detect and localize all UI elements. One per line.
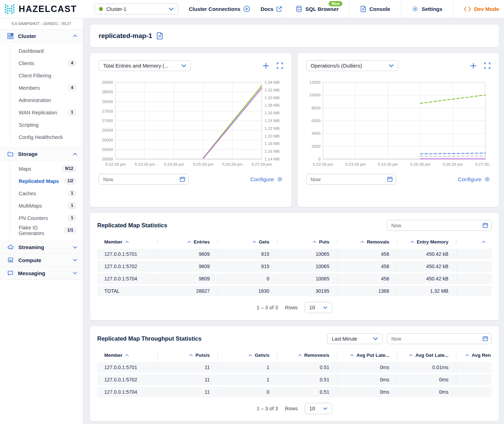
sort-avg-get-latency[interactable]: Avg Get Late...	[397, 350, 456, 360]
new-badge: New	[329, 1, 342, 6]
add-chart-button[interactable]	[263, 63, 269, 69]
docs-link[interactable]: Docs	[261, 6, 282, 12]
sidebar-item-clients[interactable]: Clients4	[10, 57, 83, 69]
fullscreen-button[interactable]	[277, 63, 283, 69]
sidebar-item-wan-replication[interactable]: WAN Replication1	[10, 106, 83, 119]
configure-link[interactable]: Configure	[250, 176, 283, 183]
gear-icon	[277, 176, 283, 182]
svg-text:5:23:39 pm: 5:23:39 pm	[345, 162, 366, 166]
count-badge: 4	[68, 60, 76, 67]
messaging-section-label: Messaging	[18, 270, 68, 276]
svg-text:26000: 26000	[102, 138, 113, 142]
sort-entry-memory[interactable]: Entry Memory	[397, 236, 456, 247]
add-chart-button[interactable]	[470, 63, 477, 69]
count-badge: 1	[68, 215, 76, 221]
sort-removes-s[interactable]: Removes/s	[277, 350, 337, 360]
count-badge: 4	[68, 84, 76, 91]
entries-memory-chart-card: Total Entries and Memory (...	[90, 53, 291, 207]
page-title: replicated-map-1	[99, 32, 152, 40]
sort-gets[interactable]: Gets	[218, 236, 277, 247]
page-size-select[interactable]: 10	[305, 403, 332, 414]
sidebar-item-dashboard[interactable]: Dashboard	[10, 45, 83, 57]
cluster-status-dot	[99, 7, 103, 11]
sidebar-item-members[interactable]: Members4	[10, 82, 83, 94]
time-travel-input[interactable]	[387, 333, 492, 344]
svg-text:5:27:39 pm: 5:27:39 pm	[251, 162, 272, 166]
messaging-bubble-icon	[7, 270, 13, 276]
sidebar-item-replicated-maps[interactable]: Replicated Maps1/2	[10, 175, 83, 187]
sidebar-section-compute[interactable]: Compute	[0, 254, 83, 267]
sql-browser-button[interactable]: New SQL Browser	[285, 0, 349, 18]
version-text: 5.0-SNAPSHOT - 10/09/21 - 05:27	[0, 18, 83, 30]
hazelcast-logo-icon	[4, 3, 15, 15]
rows-label: Rows	[285, 406, 298, 411]
metric-select[interactable]: Total Entries and Memory (...	[99, 60, 191, 71]
now-input[interactable]	[306, 174, 396, 185]
cluster-items: Dashboard Clients4 Client Filtering Memb…	[10, 45, 83, 143]
streaming-section-label: Streaming	[18, 244, 68, 250]
time-travel-input[interactable]	[99, 174, 189, 185]
configure-link[interactable]: Configure	[458, 176, 490, 183]
settings-button[interactable]: Settings	[401, 0, 453, 18]
svg-text:5:22:39 pm: 5:22:39 pm	[105, 162, 126, 166]
metric-select[interactable]: Operations/s (Outliers)	[306, 60, 398, 71]
time-travel-input[interactable]	[306, 174, 396, 185]
sidebar-item-client-filtering[interactable]: Client Filtering	[10, 69, 83, 82]
sidebar-item-maps[interactable]: Maps9/12	[10, 163, 83, 175]
sort-removals[interactable]: Removals	[337, 236, 397, 247]
cluster-connections-link[interactable]: Cluster Connections	[189, 6, 250, 12]
total-label: TOTAL	[97, 286, 157, 296]
sidebar-section-cluster[interactable]: Cluster	[0, 30, 83, 43]
sort-member[interactable]: Member	[97, 350, 157, 360]
console-button[interactable]: Console	[349, 0, 401, 18]
operations-outliers-chart: 0200040006000800010000120005:22:39 pm5:2…	[306, 77, 490, 170]
table-row: 127.0.0.1:5702 11 1 0.51 0ms 0ms	[97, 374, 492, 385]
sort-entries[interactable]: Entries	[157, 236, 217, 247]
now-input[interactable]	[99, 174, 189, 185]
sidebar-item-administration[interactable]: Administration	[10, 94, 83, 106]
period-select[interactable]: Last Minute	[327, 333, 382, 344]
sort-avg-put-latency[interactable]: Avg Put Late...	[337, 350, 397, 360]
fullscreen-button[interactable]	[484, 63, 490, 69]
table-row: 127.0.0.1:5704 9609 0 10065 456 450.42 k…	[97, 273, 492, 284]
metric-select-value: Total Entries and Memory (...	[103, 63, 181, 69]
replicated-map-throughput-card: Replicated Map Throughput Statistics Las…	[90, 326, 499, 421]
sidebar-section-storage[interactable]: Storage	[0, 147, 83, 160]
sidebar-item-caches[interactable]: Caches1	[10, 187, 83, 200]
svg-text:1.28 MB: 1.28 MB	[265, 103, 280, 107]
dev-mode-button[interactable]: Dev Mode	[453, 0, 504, 18]
view-config-icon[interactable]	[156, 32, 163, 40]
console-doc-icon	[360, 6, 366, 12]
time-travel-input[interactable]	[387, 220, 492, 231]
cluster-select-value: Cluster-1	[106, 6, 165, 12]
sidebar-item-flake-id-generators[interactable]: Flake ID Generators1/1	[10, 224, 83, 236]
svg-text:28000: 28000	[102, 100, 113, 104]
settings-label: Settings	[422, 6, 442, 12]
svg-text:5:27:39 pm: 5:27:39 pm	[475, 162, 490, 166]
sidebar-item-multimaps[interactable]: MultiMaps1	[10, 200, 83, 212]
now-input[interactable]	[387, 220, 492, 231]
sort-member[interactable]: Member	[97, 236, 157, 247]
cluster-select[interactable]: Cluster-1	[94, 4, 178, 14]
sidebar-item-pn-counters[interactable]: PN Counters1	[10, 212, 83, 224]
now-input[interactable]	[387, 333, 492, 344]
svg-text:5:26:39 pm: 5:26:39 pm	[222, 162, 243, 166]
sort-puts-s[interactable]: Puts/s	[157, 350, 217, 360]
sort-extra[interactable]	[456, 236, 492, 247]
svg-text:6000: 6000	[311, 119, 321, 123]
sidebar-section-streaming[interactable]: Streaming	[0, 241, 83, 254]
svg-text:1.24 MB: 1.24 MB	[265, 119, 280, 123]
sort-gets-s[interactable]: Gets/s	[218, 350, 277, 360]
sidebar-item-scripting[interactable]: Scripting	[10, 119, 83, 131]
sort-puts[interactable]: Puts	[277, 236, 337, 247]
svg-text:26500: 26500	[102, 128, 113, 132]
sort-avg-removes-latency[interactable]: Avg Ren	[456, 350, 492, 360]
sidebar-section-messaging[interactable]: Messaging	[0, 267, 83, 280]
chevron-down-icon	[73, 246, 77, 249]
svg-text:5:24:39 pm: 5:24:39 pm	[164, 162, 184, 166]
table-row: 127.0.0.1:5702 9609 915 10065 456 450.42…	[97, 261, 492, 272]
svg-text:1.16 MB: 1.16 MB	[265, 149, 280, 153]
sidebar-item-config-healthcheck[interactable]: Config Healthcheck	[10, 131, 83, 143]
console-label: Console	[369, 6, 390, 12]
page-size-select[interactable]: 10	[305, 302, 332, 313]
